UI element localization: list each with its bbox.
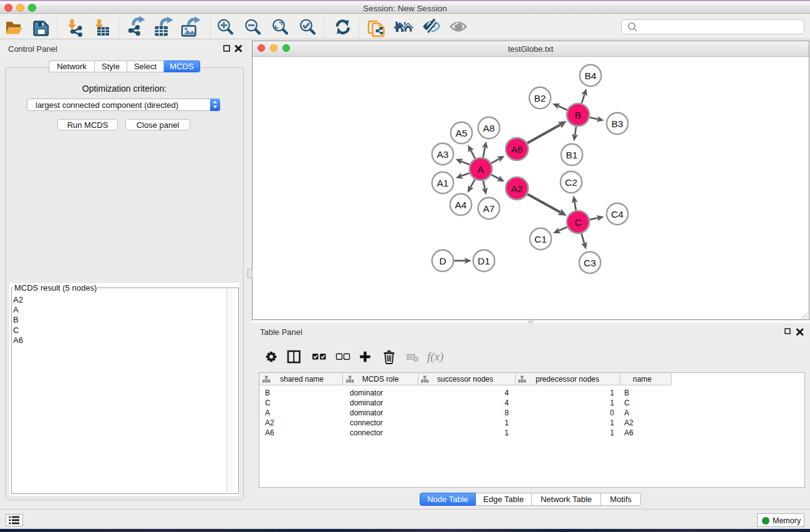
svg-text:A7: A7 <box>483 203 495 214</box>
svg-text:connector: connector <box>350 418 383 427</box>
svg-text:B4: B4 <box>585 70 597 81</box>
svg-text:1: 1 <box>610 428 614 437</box>
svg-text:predecessor nodes: predecessor nodes <box>536 375 599 384</box>
svg-text:4: 4 <box>504 389 509 397</box>
svg-text:A6: A6 <box>265 428 274 437</box>
svg-text:B: B <box>265 389 270 397</box>
svg-text:A4: A4 <box>455 200 467 210</box>
svg-text:C1: C1 <box>534 234 547 244</box>
svg-text:8: 8 <box>504 409 509 417</box>
svg-text:f(x): f(x) <box>427 350 443 364</box>
svg-text:B: B <box>575 110 581 120</box>
svg-text:connector: connector <box>350 428 383 437</box>
svg-text:C: C <box>574 217 581 228</box>
svg-text:A8: A8 <box>483 123 495 133</box>
svg-text:successor nodes: successor nodes <box>437 375 493 384</box>
svg-text:A6: A6 <box>511 144 523 155</box>
svg-text:A1: A1 <box>437 178 449 188</box>
svg-text:4: 4 <box>504 399 509 407</box>
svg-text:B: B <box>624 389 629 397</box>
svg-text:A2: A2 <box>265 418 274 427</box>
svg-text:1: 1 <box>504 418 509 427</box>
svg-text:A6: A6 <box>624 428 634 437</box>
svg-text:A5: A5 <box>456 128 468 138</box>
svg-text:C4: C4 <box>611 209 624 220</box>
svg-text:A: A <box>478 164 485 175</box>
svg-text:C: C <box>265 399 271 407</box>
svg-text:1: 1 <box>610 399 614 407</box>
svg-text:D: D <box>439 256 446 266</box>
svg-text:C2: C2 <box>565 177 577 188</box>
svg-text:B2: B2 <box>534 93 546 104</box>
svg-text:B1: B1 <box>566 150 578 160</box>
svg-text:A3: A3 <box>437 149 449 160</box>
svg-text:1: 1 <box>610 418 614 427</box>
svg-text:C3: C3 <box>584 258 596 268</box>
svg-text:A: A <box>624 409 629 417</box>
svg-text:MCDS role: MCDS role <box>362 375 399 384</box>
svg-text:C: C <box>624 399 630 407</box>
svg-text:D1: D1 <box>478 256 490 266</box>
svg-text:shared name: shared name <box>280 375 324 384</box>
svg-text:1: 1 <box>610 389 614 397</box>
svg-text:A2: A2 <box>511 183 523 194</box>
svg-text:B3: B3 <box>612 118 624 129</box>
svg-text:1: 1 <box>504 428 509 437</box>
svg-text:name: name <box>633 375 652 384</box>
svg-text:0: 0 <box>610 409 614 417</box>
svg-text:dominator: dominator <box>350 389 383 397</box>
svg-text:A2: A2 <box>624 418 634 427</box>
svg-text:A: A <box>265 409 270 417</box>
svg-text:dominator: dominator <box>350 409 383 417</box>
svg-text:dominator: dominator <box>350 399 383 407</box>
